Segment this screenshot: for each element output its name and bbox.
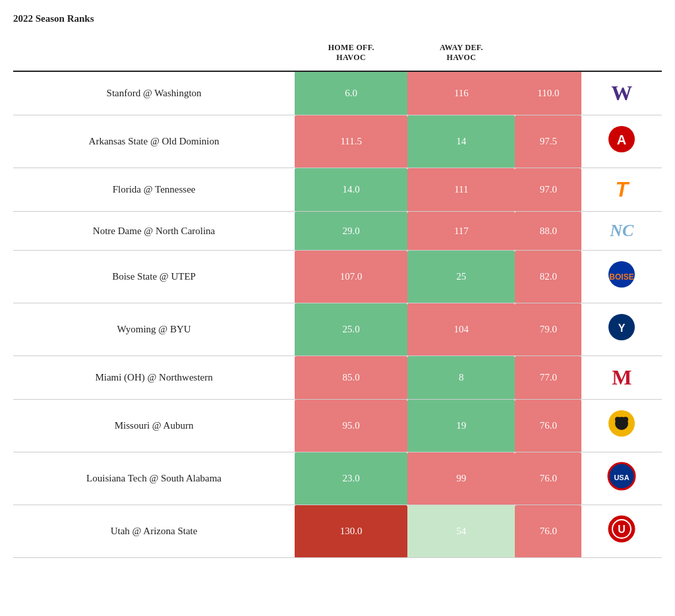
advantage-cell: NC [581, 212, 662, 251]
away-def-havoc-cell: 104 [407, 303, 515, 356]
difference-cell: 76.0 [515, 400, 581, 452]
col-header-matchup [13, 38, 295, 71]
col-header-home-off-havoc: HOME OFF.HAVOC [295, 38, 407, 71]
svg-text:Y: Y [618, 323, 626, 334]
away-def-havoc-cell: 8 [407, 356, 515, 400]
table-row: Louisiana Tech @ South Alabama23.09976.0… [13, 452, 662, 505]
svg-text:A: A [617, 133, 626, 147]
matchup-cell: Stanford @ Washington [13, 71, 295, 115]
home-off-havoc-cell: 95.0 [295, 400, 407, 452]
table-row: Boise State @ UTEP107.02582.0 BOISE [13, 251, 662, 303]
col-header-difference [515, 38, 581, 71]
difference-cell: 97.5 [515, 115, 581, 168]
home-off-havoc-cell: 111.5 [295, 115, 407, 168]
col-header-advantage [581, 38, 662, 71]
table-row: Notre Dame @ North Carolina29.011788.0NC [13, 212, 662, 251]
home-off-havoc-cell: 25.0 [295, 303, 407, 356]
table-row: Miami (OH) @ Northwestern85.0877.0M [13, 356, 662, 400]
advantage-cell: M [581, 356, 662, 400]
svg-point-9 [623, 417, 628, 422]
difference-cell: 76.0 [515, 505, 581, 558]
advantage-cell [581, 400, 662, 452]
home-off-havoc-cell: 6.0 [295, 71, 407, 115]
home-off-havoc-cell: 29.0 [295, 212, 407, 251]
away-def-havoc-cell: 25 [407, 251, 515, 303]
matchup-cell: Utah @ Arizona State [13, 505, 295, 558]
matchup-cell: Boise State @ UTEP [13, 251, 295, 303]
difference-cell: 77.0 [515, 356, 581, 400]
away-def-havoc-cell: 14 [407, 115, 515, 168]
rankings-table: HOME OFF.HAVOC AWAY DEF.HAVOC Stanford @… [13, 38, 662, 558]
difference-cell: 79.0 [515, 303, 581, 356]
matchup-cell: Missouri @ Auburn [13, 400, 295, 452]
advantage-cell: U [581, 505, 662, 558]
home-off-havoc-cell: 85.0 [295, 356, 407, 400]
table-row: Stanford @ Washington6.0116110.0W [13, 71, 662, 115]
away-def-havoc-cell: 19 [407, 400, 515, 452]
advantage-cell: Y [581, 303, 662, 356]
matchup-cell: Notre Dame @ North Carolina [13, 212, 295, 251]
svg-point-8 [615, 417, 620, 422]
svg-text:U: U [618, 524, 626, 535]
home-off-havoc-cell: 107.0 [295, 251, 407, 303]
advantage-cell: BOISE [581, 251, 662, 303]
table-row: Arkansas State @ Old Dominion111.51497.5… [13, 115, 662, 168]
advantage-cell: W [581, 71, 662, 115]
page-title: 2022 Season Ranks [13, 13, 662, 24]
col-header-away-def-havoc: AWAY DEF.HAVOC [407, 38, 515, 71]
matchup-cell: Miami (OH) @ Northwestern [13, 356, 295, 400]
table-header-row: HOME OFF.HAVOC AWAY DEF.HAVOC [13, 38, 662, 71]
difference-cell: 88.0 [515, 212, 581, 251]
matchup-cell: Wyoming @ BYU [13, 303, 295, 356]
away-def-havoc-cell: 99 [407, 452, 515, 505]
away-def-havoc-cell: 111 [407, 168, 515, 212]
difference-cell: 97.0 [515, 168, 581, 212]
table-row: Missouri @ Auburn95.01976.0 [13, 400, 662, 452]
home-off-havoc-cell: 23.0 [295, 452, 407, 505]
home-off-havoc-cell: 130.0 [295, 505, 407, 558]
away-def-havoc-cell: 117 [407, 212, 515, 251]
difference-cell: 110.0 [515, 71, 581, 115]
away-def-havoc-cell: 54 [407, 505, 515, 558]
matchup-cell: Arkansas State @ Old Dominion [13, 115, 295, 168]
svg-text:BOISE: BOISE [610, 272, 634, 282]
table-row: Wyoming @ BYU25.010479.0 Y [13, 303, 662, 356]
advantage-cell: T [581, 168, 662, 212]
matchup-cell: Louisiana Tech @ South Alabama [13, 452, 295, 505]
advantage-cell: USA [581, 452, 662, 505]
matchup-cell: Florida @ Tennessee [13, 168, 295, 212]
advantage-cell: A [581, 115, 662, 168]
away-def-havoc-cell: 116 [407, 71, 515, 115]
table-row: Utah @ Arizona State130.05476.0 U [13, 505, 662, 558]
difference-cell: 76.0 [515, 452, 581, 505]
home-off-havoc-cell: 14.0 [295, 168, 407, 212]
table-row: Florida @ Tennessee14.011197.0T [13, 168, 662, 212]
svg-text:USA: USA [614, 474, 630, 481]
difference-cell: 82.0 [515, 251, 581, 303]
